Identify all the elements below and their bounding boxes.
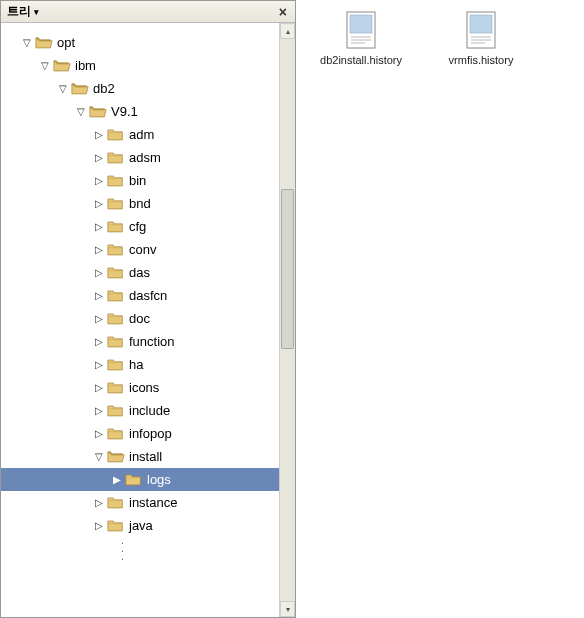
- file-icon: [343, 10, 379, 50]
- folder-icon: [107, 426, 125, 441]
- folder-icon: [107, 380, 125, 395]
- scroll-down-icon[interactable]: ▾: [280, 601, 295, 617]
- scroll-thumb[interactable]: [281, 189, 294, 349]
- tree-node-V9-1[interactable]: ▽V9.1: [1, 100, 279, 123]
- tree-node-label: function: [129, 334, 175, 349]
- tree-node-label: V9.1: [111, 104, 138, 119]
- expander-icon[interactable]: ▶: [111, 474, 123, 485]
- folder-icon: [107, 242, 125, 257]
- expander-icon[interactable]: ▽: [93, 451, 105, 462]
- tree-node-label: das: [129, 265, 150, 280]
- tree-node-label: bnd: [129, 196, 151, 211]
- tree-node-logs[interactable]: ▶logs: [1, 468, 279, 491]
- expander-icon[interactable]: ▽: [21, 37, 33, 48]
- scroll-up-icon[interactable]: ▴: [280, 23, 295, 39]
- close-button[interactable]: ×: [277, 5, 289, 19]
- file-item[interactable]: db2install.history: [316, 10, 406, 66]
- tree-node-conv[interactable]: ▷conv: [1, 238, 279, 261]
- expander-icon[interactable]: ▷: [93, 313, 105, 324]
- folder-icon: [107, 288, 125, 303]
- folder-open-icon: [89, 104, 107, 119]
- folder-icon: [107, 403, 125, 418]
- tree-node-include[interactable]: ▷include: [1, 399, 279, 422]
- tree-node-label: java: [129, 518, 153, 533]
- folder-icon: [107, 518, 125, 533]
- folder-icon: [125, 472, 143, 487]
- tree-node-doc[interactable]: ▷doc: [1, 307, 279, 330]
- tree-title-label: 트리: [7, 3, 31, 20]
- folder-icon: [107, 127, 125, 142]
- tree-node-java[interactable]: ▷java: [1, 514, 279, 537]
- tree-node-instance[interactable]: ▷instance: [1, 491, 279, 514]
- folder-open-icon: [71, 81, 89, 96]
- tree-node-label: bin: [129, 173, 146, 188]
- tree-node-function[interactable]: ▷function: [1, 330, 279, 353]
- tree-node-cfg[interactable]: ▷cfg: [1, 215, 279, 238]
- expander-icon[interactable]: ▷: [93, 336, 105, 347]
- tree-node-install[interactable]: ▽install: [1, 445, 279, 468]
- expander-icon[interactable]: ▷: [93, 244, 105, 255]
- tree-node-ibm[interactable]: ▽ibm: [1, 54, 279, 77]
- expander-icon[interactable]: ▷: [93, 520, 105, 531]
- tree-title[interactable]: 트리 ▾: [7, 3, 39, 20]
- expander-icon[interactable]: ▷: [93, 428, 105, 439]
- tree-node-label: icons: [129, 380, 159, 395]
- tree-node-db2[interactable]: ▽db2: [1, 77, 279, 100]
- folder-icon: [107, 196, 125, 211]
- expander-icon[interactable]: ▽: [39, 60, 51, 71]
- file-item[interactable]: vrmfis.history: [436, 10, 526, 66]
- tree-node-das[interactable]: ▷das: [1, 261, 279, 284]
- tree-header: 트리 ▾ ×: [1, 1, 295, 23]
- expander-icon[interactable]: ▷: [93, 290, 105, 301]
- expander-icon[interactable]: ▽: [57, 83, 69, 94]
- tree-node-label: ha: [129, 357, 143, 372]
- tree-node-label: logs: [147, 472, 171, 487]
- tree-node-label: adsm: [129, 150, 161, 165]
- svg-rect-1: [350, 15, 372, 33]
- folder-icon: [107, 219, 125, 234]
- tree-node-adm[interactable]: ▷adm: [1, 123, 279, 146]
- tree-node-label: conv: [129, 242, 156, 257]
- tree-node-adsm[interactable]: ▷adsm: [1, 146, 279, 169]
- tree-node-label: ibm: [75, 58, 96, 73]
- expander-icon[interactable]: ▷: [93, 382, 105, 393]
- tree-node-opt[interactable]: ▽opt: [1, 31, 279, 54]
- folder-icon: [107, 311, 125, 326]
- svg-rect-6: [470, 15, 492, 33]
- tree-node-bnd[interactable]: ▷bnd: [1, 192, 279, 215]
- tree-node-label: db2: [93, 81, 115, 96]
- tree-node-infopop[interactable]: ▷infopop: [1, 422, 279, 445]
- tree-body: ▽opt▽ibm▽db2▽V9.1▷adm▷adsm▷bin▷bnd▷cfg▷c…: [1, 23, 295, 617]
- expander-icon[interactable]: ▷: [93, 221, 105, 232]
- folder-open-icon: [107, 449, 125, 464]
- file-label: vrmfis.history: [449, 54, 514, 66]
- folder-icon: [107, 334, 125, 349]
- expander-icon[interactable]: ▷: [93, 152, 105, 163]
- more-indicator: ...: [1, 537, 279, 561]
- tree-node-dasfcn[interactable]: ▷dasfcn: [1, 284, 279, 307]
- tree-node-label: dasfcn: [129, 288, 167, 303]
- expander-icon[interactable]: ▷: [93, 129, 105, 140]
- expander-icon[interactable]: ▷: [93, 198, 105, 209]
- folder-icon: [107, 173, 125, 188]
- scroll-track[interactable]: [280, 39, 295, 601]
- expander-icon[interactable]: ▷: [93, 405, 105, 416]
- expander-icon[interactable]: ▷: [93, 497, 105, 508]
- tree-node-bin[interactable]: ▷bin: [1, 169, 279, 192]
- tree-node-icons[interactable]: ▷icons: [1, 376, 279, 399]
- folder-icon: [107, 495, 125, 510]
- tree-node-label: infopop: [129, 426, 172, 441]
- tree-node-label: doc: [129, 311, 150, 326]
- scrollbar[interactable]: ▴ ▾: [279, 23, 295, 617]
- tree-node-label: opt: [57, 35, 75, 50]
- dropdown-arrow-icon: ▾: [34, 7, 39, 17]
- content-panel: db2install.historyvrmfis.history: [296, 0, 584, 618]
- expander-icon[interactable]: ▷: [93, 267, 105, 278]
- folder-icon: [107, 150, 125, 165]
- tree-node-ha[interactable]: ▷ha: [1, 353, 279, 376]
- expander-icon[interactable]: ▽: [75, 106, 87, 117]
- expander-icon[interactable]: ▷: [93, 175, 105, 186]
- tree-node-label: install: [129, 449, 162, 464]
- tree-panel: 트리 ▾ × ▽opt▽ibm▽db2▽V9.1▷adm▷adsm▷bin▷bn…: [0, 0, 296, 618]
- expander-icon[interactable]: ▷: [93, 359, 105, 370]
